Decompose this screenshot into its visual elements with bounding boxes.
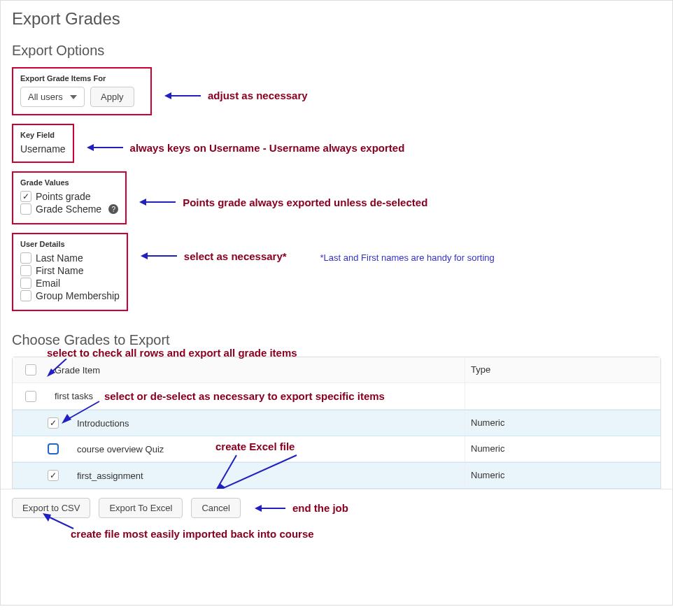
arrow-left-icon <box>139 197 176 207</box>
checkbox-label: Grade Scheme <box>36 203 101 215</box>
table-header-type: Type <box>465 357 660 382</box>
row-name: first_assignment <box>71 463 465 488</box>
table-row: course overview Quiz Numeric create Exce… <box>13 436 660 462</box>
row-type: Numeric <box>465 436 660 461</box>
export-items-for-fieldset: Export Grade Items For All users Apply <box>12 67 152 115</box>
checkbox-row[interactable] <box>25 391 36 402</box>
annotation-select-rows: select or de-select as necessary to expo… <box>104 390 385 402</box>
row-type: Numeric <box>465 463 660 488</box>
annotation-user-details-note: *Last and First names are handy for sort… <box>320 252 495 263</box>
choose-grades-heading: Choose Grades to Export <box>12 332 661 348</box>
annotation-end-job: end the job <box>255 502 348 514</box>
grade-values-fieldset: Grade Values Points grade Grade Scheme ? <box>12 171 127 224</box>
cancel-button[interactable]: Cancel <box>191 498 240 518</box>
row-type <box>465 383 660 409</box>
annotation-csv-note: create file most easily imported back in… <box>71 528 314 540</box>
export-csv-button[interactable]: Export to CSV <box>12 498 90 518</box>
export-options-heading: Export Options <box>12 43 661 59</box>
checkbox-label: Email <box>36 278 60 289</box>
checkbox-group-membership[interactable] <box>20 290 31 301</box>
checkbox-email[interactable] <box>20 278 31 289</box>
dropdown-value: All users <box>28 92 63 102</box>
checkbox-select-all[interactable] <box>25 364 36 375</box>
table-header-item: Grade Item <box>49 357 465 382</box>
checkbox-row[interactable] <box>48 443 59 454</box>
page-title: Export Grades <box>12 9 661 29</box>
checkbox-points-grade[interactable] <box>20 191 31 202</box>
arrow-left-icon <box>255 503 285 513</box>
export-excel-button[interactable]: Export To Excel <box>99 498 183 518</box>
export-items-for-label: Export Grade Items For <box>20 74 143 83</box>
checkbox-first-name[interactable] <box>20 265 31 276</box>
help-icon[interactable]: ? <box>108 204 118 214</box>
arrow-left-icon <box>141 251 177 261</box>
table-header-row: Grade Item Type <box>13 357 660 383</box>
apply-button[interactable]: Apply <box>90 87 134 107</box>
chevron-down-icon <box>70 95 77 99</box>
annotation-grade-values: Points grade always exported unless de-s… <box>139 196 427 208</box>
row-name: first tasks <box>55 391 93 401</box>
checkbox-grade-scheme[interactable] <box>20 203 31 215</box>
annotation-user-details: select as necessary* <box>141 250 287 262</box>
checkbox-row[interactable] <box>48 470 59 481</box>
key-field-label: Key Field <box>20 131 66 139</box>
user-details-fieldset: User Details Last Name First Name Email … <box>12 233 128 311</box>
checkbox-label: First Name <box>36 265 83 276</box>
annotation-adjust: adjust as necessary <box>164 89 308 101</box>
checkbox-label: Points grade <box>36 191 91 202</box>
checkbox-last-name[interactable] <box>20 252 31 264</box>
row-type: Numeric <box>465 410 660 436</box>
grade-values-label: Grade Values <box>20 178 118 187</box>
row-name: Introductions <box>71 410 465 436</box>
export-items-for-dropdown[interactable]: All users <box>20 87 85 107</box>
table-row: first_assignment Numeric <box>13 462 660 489</box>
checkbox-label: Last Name <box>36 252 83 264</box>
annotation-keyfield: always keys on Username - Username alway… <box>87 142 405 154</box>
arrow-left-icon <box>87 143 123 152</box>
table-row: Introductions Numeric <box>13 410 660 436</box>
row-name: course overview Quiz <box>71 436 465 461</box>
checkbox-label: Group Membership <box>36 290 120 301</box>
key-field-value: Username <box>20 143 66 155</box>
checkbox-row[interactable] <box>48 417 59 429</box>
arrow-left-icon <box>164 91 201 101</box>
user-details-label: User Details <box>20 240 120 248</box>
key-field-fieldset: Key Field Username <box>12 124 74 163</box>
table-row: first tasks select or de-select as neces… <box>13 383 660 410</box>
